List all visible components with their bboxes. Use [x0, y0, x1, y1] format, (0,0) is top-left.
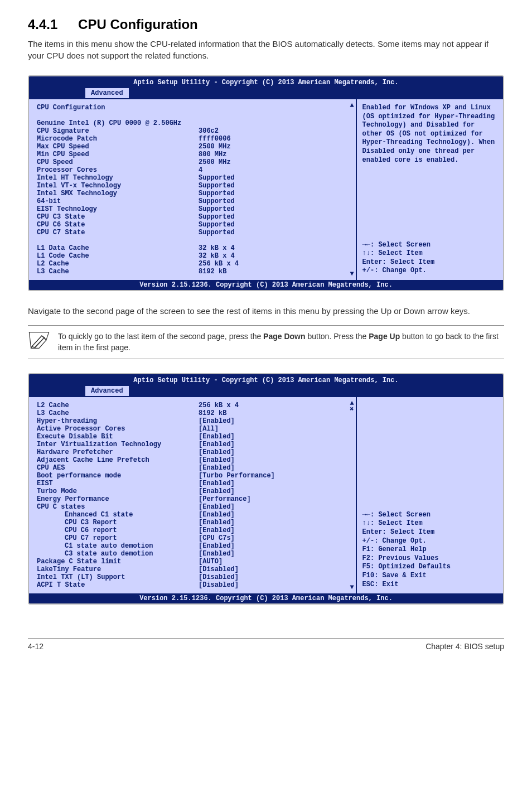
- note-text: To quickly go to the last item of the se…: [58, 331, 504, 353]
- setting-label: ACPI T State: [37, 581, 199, 589]
- nav-hint: →←: Select Screen: [362, 241, 497, 250]
- setting-value: 2500 MHz: [199, 143, 348, 151]
- bios-left-pane: ▲ CPU Configuration Genuine Intel (R) CP…: [29, 99, 357, 280]
- setting-value[interactable]: [AUTO]: [199, 558, 348, 566]
- setting-label: Intel VT-x Technology: [37, 182, 199, 190]
- setting-label: CPU C states: [37, 503, 199, 511]
- setting-label: Intel HT Technology: [37, 174, 199, 182]
- bios-tabs: Advanced: [29, 88, 503, 98]
- bios-right-pane: →←: Select Screen↑↓: Select ItemEnter: S…: [357, 397, 503, 593]
- setting-value: Supported: [199, 221, 348, 229]
- setting-value: 32 kB x 4: [199, 244, 348, 252]
- tab-advanced[interactable]: Advanced: [85, 385, 129, 396]
- setting-label: CPU C3 State: [37, 213, 199, 221]
- setting-label: L3 Cache: [37, 268, 199, 276]
- setting-value[interactable]: [Enabled]: [199, 448, 348, 456]
- note-mid: button. Press the: [306, 332, 369, 341]
- bios-footer: Version 2.15.1236. Copyright (C) 2013 Am…: [29, 593, 503, 603]
- setting-label: Boot performance mode: [37, 472, 199, 480]
- bios-right-pane: Enabled for WIndows XP and Linux (OS opt…: [357, 99, 503, 280]
- setting-label: Enhanced C1 state: [37, 511, 199, 519]
- setting-value[interactable]: [Enabled]: [199, 480, 348, 487]
- setting-value: 32 kB x 4: [199, 252, 348, 260]
- nav-hint: Enter: Select Item: [362, 258, 497, 267]
- section-title: CPU Configuration: [78, 17, 198, 32]
- setting-value[interactable]: [Enabled]: [199, 487, 348, 495]
- setting-label: Intel SMX Technology: [37, 190, 199, 197]
- setting-value: 8192 kB: [199, 409, 348, 417]
- setting-value[interactable]: [Enabled]: [199, 519, 348, 526]
- bios-title: Aptio Setup Utility - Copyright (C) 2013…: [29, 374, 503, 385]
- setting-label: Hyper-threading: [37, 417, 199, 425]
- page-number: 4-12: [28, 642, 43, 651]
- setting-value[interactable]: [CPU C7s]: [199, 534, 348, 542]
- setting-label: Intel TXT (LT) Support: [37, 573, 199, 581]
- setting-label: 64-bit: [37, 197, 199, 205]
- nav-hint: +/-: Change Opt.: [362, 267, 497, 276]
- scroll-up-icon[interactable]: ▲: [350, 102, 354, 109]
- setting-value[interactable]: [Disabled]: [199, 573, 348, 581]
- setting-label: LakeTiny Feature: [37, 566, 199, 573]
- setting-value[interactable]: [Disabled]: [199, 566, 348, 573]
- setting-label: L2 Cache: [37, 260, 199, 268]
- setting-value: Supported: [199, 197, 348, 205]
- setting-value[interactable]: [Enabled]: [199, 456, 348, 464]
- setting-label: L3 Cache: [37, 409, 199, 417]
- nav-hint: F5: Optimized Defaults: [362, 563, 497, 572]
- setting-value[interactable]: [Enabled]: [199, 542, 348, 550]
- setting-value[interactable]: [All]: [199, 425, 348, 433]
- setting-value[interactable]: [Enabled]: [199, 464, 348, 472]
- setting-label: CPU C7 report: [37, 534, 199, 542]
- setting-value[interactable]: [Performance]: [199, 495, 348, 503]
- note-pageup: Page Up: [369, 332, 400, 341]
- setting-value[interactable]: [Enabled]: [199, 503, 348, 511]
- setting-label: CPU AES: [37, 464, 199, 472]
- note-pagedown: Page Down: [263, 332, 305, 341]
- chapter-label: Chapter 4: BIOS setup: [425, 642, 504, 651]
- setting-label: CPU Speed: [37, 158, 199, 166]
- setting-label: CPU C3 Report: [37, 519, 199, 526]
- setting-value: 4: [199, 166, 348, 174]
- tab-advanced[interactable]: Advanced: [85, 88, 129, 98]
- scroll-down-icon[interactable]: ▼: [350, 270, 354, 278]
- section-heading: 4.4.1 CPU Configuration: [28, 17, 504, 32]
- setting-value[interactable]: [Enabled]: [199, 550, 348, 558]
- setting-label: Max CPU Speed: [37, 143, 199, 151]
- nav-hint: F2: Previous Values: [362, 554, 497, 563]
- scroll-marker-icon: ✖: [350, 405, 354, 413]
- scroll-down-icon[interactable]: ▼: [350, 583, 354, 591]
- bios-screen-2: Aptio Setup Utility - Copyright (C) 2013…: [28, 373, 504, 605]
- setting-value: Supported: [199, 182, 348, 190]
- setting-label: CPU Signature: [37, 127, 199, 135]
- setting-label: Processor Cores: [37, 166, 199, 174]
- setting-value[interactable]: [Enabled]: [199, 511, 348, 519]
- setting-value[interactable]: [Disabled]: [199, 581, 348, 589]
- setting-value: 256 kB x 4: [199, 402, 348, 409]
- setting-value: 256 kB x 4: [199, 260, 348, 268]
- setting-label: Active Processor Cores: [37, 425, 199, 433]
- setting-label: Package C State limit: [37, 558, 199, 566]
- setting-label: CPU C6 report: [37, 526, 199, 534]
- setting-value[interactable]: [Turbo Performance]: [199, 472, 348, 480]
- setting-label: L1 Code Cache: [37, 252, 199, 260]
- setting-value: 800 MHz: [199, 151, 348, 158]
- setting-label: Energy Performance: [37, 495, 199, 503]
- setting-label: Adjacent Cache Line Prefetch: [37, 456, 199, 464]
- setting-value[interactable]: [Enabled]: [199, 526, 348, 534]
- setting-value: Supported: [199, 213, 348, 221]
- setting-value[interactable]: [Enabled]: [199, 433, 348, 441]
- setting-value[interactable]: [Enabled]: [199, 417, 348, 425]
- setting-label: Microcode Patch: [37, 135, 199, 143]
- setting-label: L1 Data Cache: [37, 244, 199, 252]
- setting-value[interactable]: [Enabled]: [199, 441, 348, 448]
- bios-left-pane: ▲ ✖ L2 Cache256 kB x 4L3 Cache8192 kB Hy…: [29, 397, 357, 593]
- nav-hint: F10: Save & Exit: [362, 572, 497, 581]
- setting-label: CPU C7 State: [37, 229, 199, 236]
- bios-title: Aptio Setup Utility - Copyright (C) 2013…: [29, 76, 503, 88]
- setting-value: Supported: [199, 229, 348, 236]
- bios-screen-1: Aptio Setup Utility - Copyright (C) 2013…: [28, 75, 504, 291]
- nav-hint: ↑↓: Select Item: [362, 519, 497, 528]
- setting-label: Inter Virtualization Technology: [37, 441, 199, 448]
- cpu-config-header: CPU Configuration: [37, 104, 105, 112]
- setting-value: ffff0006: [199, 135, 348, 143]
